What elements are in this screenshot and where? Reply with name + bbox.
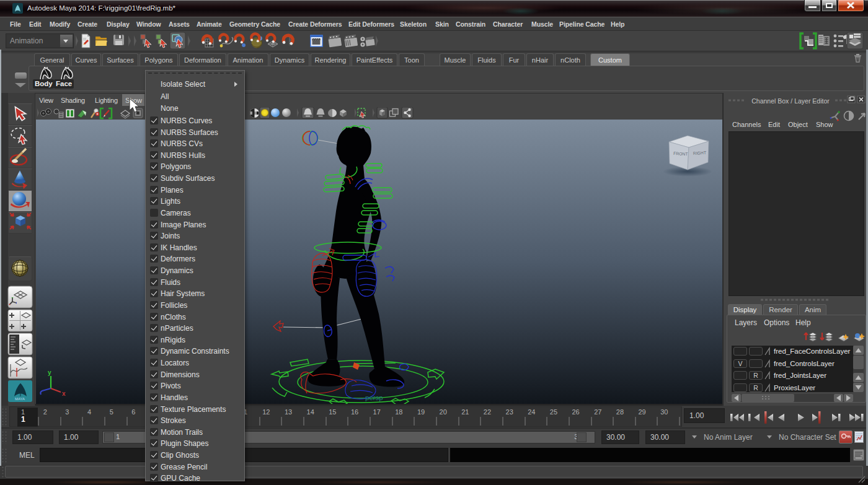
svg-text:x: x	[62, 390, 66, 397]
svg-text:RIGHT: RIGHT	[693, 151, 706, 155]
svg-text:y: y	[48, 369, 51, 376]
svg-text:MAYA: MAYA	[15, 397, 25, 401]
svg-text:persp: persp	[365, 394, 383, 401]
svg-text:FRONT: FRONT	[673, 151, 688, 156]
